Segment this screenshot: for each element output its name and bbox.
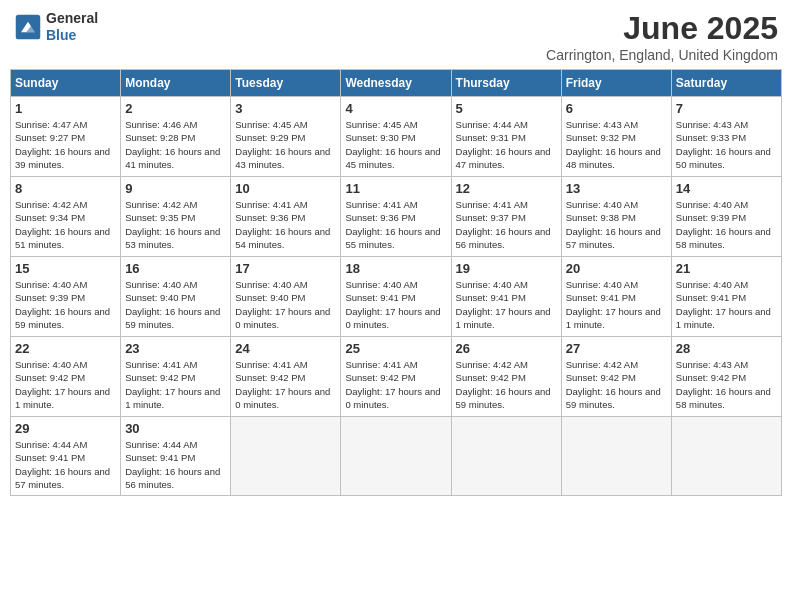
day-12: 12 Sunrise: 4:41 AMSunset: 9:37 PMDaylig… xyxy=(451,177,561,257)
day-26: 26 Sunrise: 4:42 AMSunset: 9:42 PMDaylig… xyxy=(451,337,561,417)
logo-general-text: General xyxy=(46,10,98,26)
location-text: Carrington, England, United Kingdom xyxy=(546,47,778,63)
title-block: June 2025 Carrington, England, United Ki… xyxy=(546,10,778,63)
day-7: 7 Sunrise: 4:43 AMSunset: 9:33 PMDayligh… xyxy=(671,97,781,177)
month-title: June 2025 xyxy=(546,10,778,47)
calendar-week-2: 8 Sunrise: 4:42 AMSunset: 9:34 PMDayligh… xyxy=(11,177,782,257)
day-1: 1 Sunrise: 4:47 AMSunset: 9:27 PMDayligh… xyxy=(11,97,121,177)
day-22: 22 Sunrise: 4:40 AMSunset: 9:42 PMDaylig… xyxy=(11,337,121,417)
empty-cell-5 xyxy=(671,417,781,496)
empty-cell-2 xyxy=(341,417,451,496)
empty-cell-4 xyxy=(561,417,671,496)
calendar-week-5: 29 Sunrise: 4:44 AMSunset: 9:41 PMDaylig… xyxy=(11,417,782,496)
day-25: 25 Sunrise: 4:41 AMSunset: 9:42 PMDaylig… xyxy=(341,337,451,417)
logo-icon xyxy=(14,13,42,41)
calendar-header-row: Sunday Monday Tuesday Wednesday Thursday… xyxy=(11,70,782,97)
calendar-week-1: 1 Sunrise: 4:47 AMSunset: 9:27 PMDayligh… xyxy=(11,97,782,177)
day-2: 2 Sunrise: 4:46 AMSunset: 9:28 PMDayligh… xyxy=(121,97,231,177)
calendar-week-3: 15 Sunrise: 4:40 AMSunset: 9:39 PMDaylig… xyxy=(11,257,782,337)
day-27: 27 Sunrise: 4:42 AMSunset: 9:42 PMDaylig… xyxy=(561,337,671,417)
logo-blue-text: Blue xyxy=(46,27,76,43)
day-10: 10 Sunrise: 4:41 AMSunset: 9:36 PMDaylig… xyxy=(231,177,341,257)
header-tuesday: Tuesday xyxy=(231,70,341,97)
header-thursday: Thursday xyxy=(451,70,561,97)
day-8: 8 Sunrise: 4:42 AMSunset: 9:34 PMDayligh… xyxy=(11,177,121,257)
day-20: 20 Sunrise: 4:40 AMSunset: 9:41 PMDaylig… xyxy=(561,257,671,337)
day-30: 30 Sunrise: 4:44 AMSunset: 9:41 PMDaylig… xyxy=(121,417,231,496)
day-14: 14 Sunrise: 4:40 AMSunset: 9:39 PMDaylig… xyxy=(671,177,781,257)
day-15: 15 Sunrise: 4:40 AMSunset: 9:39 PMDaylig… xyxy=(11,257,121,337)
day-18: 18 Sunrise: 4:40 AMSunset: 9:41 PMDaylig… xyxy=(341,257,451,337)
day-16: 16 Sunrise: 4:40 AMSunset: 9:40 PMDaylig… xyxy=(121,257,231,337)
day-5: 5 Sunrise: 4:44 AMSunset: 9:31 PMDayligh… xyxy=(451,97,561,177)
day-13: 13 Sunrise: 4:40 AMSunset: 9:38 PMDaylig… xyxy=(561,177,671,257)
header-sunday: Sunday xyxy=(11,70,121,97)
day-3: 3 Sunrise: 4:45 AMSunset: 9:29 PMDayligh… xyxy=(231,97,341,177)
page-header: General Blue June 2025 Carrington, Engla… xyxy=(10,10,782,63)
day-4: 4 Sunrise: 4:45 AMSunset: 9:30 PMDayligh… xyxy=(341,97,451,177)
day-19: 19 Sunrise: 4:40 AMSunset: 9:41 PMDaylig… xyxy=(451,257,561,337)
day-28: 28 Sunrise: 4:43 AMSunset: 9:42 PMDaylig… xyxy=(671,337,781,417)
empty-cell-1 xyxy=(231,417,341,496)
header-wednesday: Wednesday xyxy=(341,70,451,97)
day-23: 23 Sunrise: 4:41 AMSunset: 9:42 PMDaylig… xyxy=(121,337,231,417)
day-9: 9 Sunrise: 4:42 AMSunset: 9:35 PMDayligh… xyxy=(121,177,231,257)
empty-cell-3 xyxy=(451,417,561,496)
header-saturday: Saturday xyxy=(671,70,781,97)
header-monday: Monday xyxy=(121,70,231,97)
day-24: 24 Sunrise: 4:41 AMSunset: 9:42 PMDaylig… xyxy=(231,337,341,417)
calendar-table: Sunday Monday Tuesday Wednesday Thursday… xyxy=(10,69,782,496)
logo: General Blue xyxy=(14,10,98,44)
header-friday: Friday xyxy=(561,70,671,97)
day-11: 11 Sunrise: 4:41 AMSunset: 9:36 PMDaylig… xyxy=(341,177,451,257)
day-17: 17 Sunrise: 4:40 AMSunset: 9:40 PMDaylig… xyxy=(231,257,341,337)
day-21: 21 Sunrise: 4:40 AMSunset: 9:41 PMDaylig… xyxy=(671,257,781,337)
day-29: 29 Sunrise: 4:44 AMSunset: 9:41 PMDaylig… xyxy=(11,417,121,496)
day-6: 6 Sunrise: 4:43 AMSunset: 9:32 PMDayligh… xyxy=(561,97,671,177)
calendar-week-4: 22 Sunrise: 4:40 AMSunset: 9:42 PMDaylig… xyxy=(11,337,782,417)
